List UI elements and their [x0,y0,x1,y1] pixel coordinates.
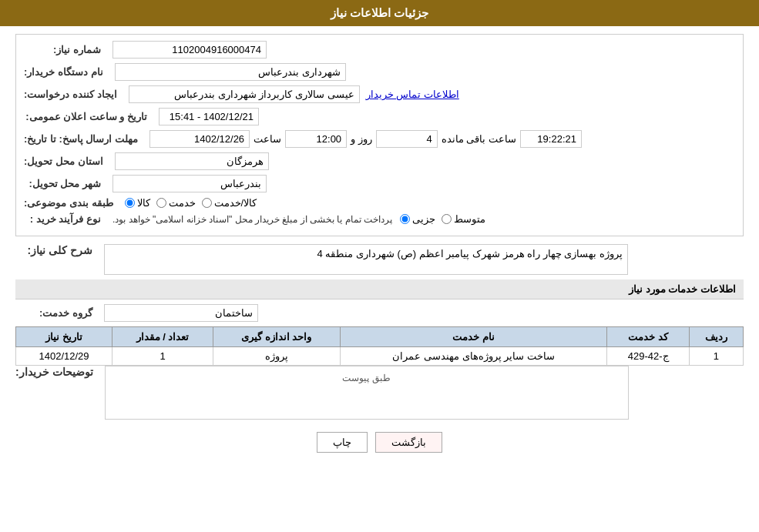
radio-khadamat[interactable] [156,198,166,208]
col-unit: واحد اندازه گیری [213,327,340,347]
reply-remaining-time: 19:22:21 [520,130,582,148]
city-row: بندرعباس شهر محل تحویل: [24,175,735,192]
creator-contact-link[interactable]: اطلاعات تماس خریدار [366,89,459,100]
reply-deadline-row: 19:22:21 ساعت باقی مانده 4 روز و 12:00 س… [24,130,735,148]
province-value: هرمزگان [115,152,269,170]
button-group: بازگشت چاپ [15,424,744,460]
radio-motavasset[interactable] [442,214,452,224]
service-group-value: ساختمان [104,304,258,322]
buyer-notes-label: توضیحات خریدار: [15,366,93,378]
page-title: جزئیات اطلاعات نیاز [331,6,428,19]
reply-deadline-label: مهلت ارسال پاسخ: تا تاریخ: [24,133,138,145]
radio-khadamat-item: خدمت [156,197,196,209]
description-value: پروژه بهسازی چهار راه هرمز شهرک پیامبر ا… [104,244,628,275]
table-cell-code: ج-42-429 [607,347,689,366]
province-label: استان محل تحویل: [24,156,103,167]
radio-kala-label: کالا [137,197,150,209]
radio-khadamat-label: خدمت [169,197,196,209]
table-cell-unit: پروژه [213,347,340,366]
announcement-row: 1402/12/21 - 15:41 تاریخ و ساعت اعلان عم… [24,108,735,125]
announcement-label: تاریخ و ساعت اعلان عمومی: [24,111,147,122]
requester-row: شهرداری بندرعباس نام دستگاه خریدار: [24,63,735,81]
page-header: جزئیات اطلاعات نیاز [0,0,759,26]
page-wrapper: جزئیات اطلاعات نیاز 1102004916000474 شما… [0,0,759,532]
buyer-notes-row: طبق پیوست توضیحات خریدار: [15,366,744,420]
table-row: 1ج-42-429ساخت سایر پروژه‌های مهندسی عمرا… [16,347,744,366]
process-note: پرداخت تمام یا بخشی از مبلغ خریدار محل "… [113,214,392,225]
table-cell-date: 1402/12/29 [16,347,113,366]
main-info-section: 1102004916000474 شماره نیاز: شهرداری بند… [15,34,744,236]
creator-row: اطلاعات تماس خریدار عیسی سالاری کاربرداز… [24,85,735,103]
city-value: بندرعباس [113,175,267,192]
radio-jazii[interactable] [400,214,410,224]
category-radio-group: کالا/خدمت خدمت کالا [125,197,257,209]
buyer-notes-area: طبق پیوست [105,366,629,420]
radio-kala-item: کالا [125,197,150,209]
services-table-container: ردیف کد خدمت نام خدمت واحد اندازه گیری ت… [15,326,744,366]
radio-kala-khadamat-item: کالا/خدمت [202,197,257,209]
order-number-row: 1102004916000474 شماره نیاز: [24,41,735,59]
back-button[interactable]: بازگشت [375,432,442,453]
col-radif: ردیف [689,327,743,347]
radio-kala[interactable] [125,198,135,208]
process-label: نوع فرآیند خرید : [24,213,101,225]
services-table: ردیف کد خدمت نام خدمت واحد اندازه گیری ت… [15,326,744,366]
requester-value: شهرداری بندرعباس [115,63,346,81]
col-qty: تعداد / مقدار [113,327,213,347]
table-cell-qty: 1 [113,347,213,366]
reply-days-label: روز و [351,133,372,145]
radio-motavasset-label: متوسط [454,213,485,225]
content-area: 1102004916000474 شماره نیاز: شهرداری بند… [0,26,759,468]
col-code: کد خدمت [607,327,689,347]
radio-jazii-label: جزیی [412,213,435,225]
creator-value: عیسی سالاری کاربرداز شهرداری بندرعباس [129,85,360,103]
table-cell-row: 1 [689,347,743,366]
process-row: پرداخت تمام یا بخشی از مبلغ خریدار محل "… [24,213,735,225]
radio-kala-khadamat-label: کالا/خدمت [214,197,257,209]
service-group-label: گروه خدمت: [15,307,92,319]
order-number-label: شماره نیاز: [24,44,101,55]
category-label: طبقه بندی موضوعی: [24,197,113,209]
reply-days: 4 [376,130,438,148]
city-label: شهر محل تحویل: [24,178,101,189]
reply-time: 12:00 [285,130,347,148]
reply-time-label: ساعت [254,133,281,145]
col-name: نام خدمت [340,327,607,347]
description-row: پروژه بهسازی چهار راه هرمز شهرک پیامبر ا… [15,244,744,275]
creator-label: ایجاد کننده درخواست: [24,89,117,100]
order-number-value: 1102004916000474 [113,41,267,59]
description-label: شرح کلی نیاز: [15,244,92,256]
province-row: هرمزگان استان محل تحویل: [24,152,735,170]
buyer-notes-inner-label: طبق پیوست [109,370,625,383]
service-group-row: ساختمان گروه خدمت: [15,304,744,322]
radio-kala-khadamat[interactable] [202,198,212,208]
reply-remaining-label: ساعت باقی مانده [442,133,516,145]
category-row: کالا/خدمت خدمت کالا طبقه بندی موضوعی: [24,197,735,209]
radio-motavasset-item: متوسط [442,213,485,225]
requester-label: نام دستگاه خریدار: [24,66,103,78]
radio-jazii-item: جزیی [400,213,435,225]
process-radio-group: متوسط جزیی [400,213,485,225]
announcement-value: 1402/12/21 - 15:41 [159,108,259,125]
table-header-row: ردیف کد خدمت نام خدمت واحد اندازه گیری ت… [16,327,744,347]
table-cell-name: ساخت سایر پروژه‌های مهندسی عمران [340,347,607,366]
services-info-title: اطلاعات خدمات مورد نیاز [15,279,744,299]
col-date: تاریخ نیاز [16,327,113,347]
reply-date: 1402/12/26 [149,130,250,148]
print-button[interactable]: چاپ [317,432,368,453]
